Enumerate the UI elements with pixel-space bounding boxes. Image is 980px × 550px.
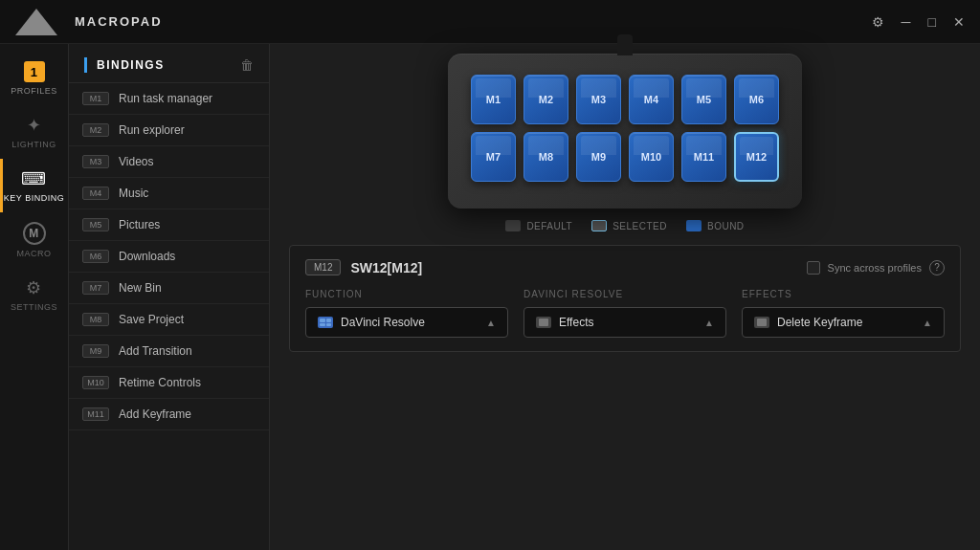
legend-selected-box <box>591 220 607 231</box>
key-legend: DEFAULT SELECTED BOUND <box>289 220 961 231</box>
bindings-title-bar <box>84 57 87 73</box>
legend-bound-box <box>686 220 702 231</box>
key-label: M8 <box>82 313 109 326</box>
list-item[interactable]: M3 Videos <box>69 146 269 178</box>
list-item[interactable]: M8 Save Project <box>69 304 269 336</box>
help-icon[interactable]: ? <box>929 260 945 275</box>
macropad-visual: M1 M2 M3 M4 M5 M6 M7 M8 M9 M10 M11 M12 <box>289 54 961 209</box>
binding-name: Downloads <box>119 250 175 263</box>
davinci-dd-icon <box>536 317 551 328</box>
legend-default: DEFAULT <box>505 220 572 231</box>
keybinding-label: KEY BINDING <box>4 193 64 203</box>
sync-checkbox[interactable] <box>807 261 820 275</box>
list-item[interactable]: M11 Add Keyframe <box>69 399 269 430</box>
keybind-key-info: M12 SW12[M12] <box>305 259 422 275</box>
key-label: M2 <box>82 123 109 137</box>
sidebar-item-profiles[interactable]: 1 PROFILES <box>0 52 68 105</box>
minimize-icon[interactable]: ─ <box>902 14 911 30</box>
settings-sidebar-icon: ⚙ <box>26 277 42 298</box>
key-label: M3 <box>82 155 109 168</box>
key-M2[interactable]: M2 <box>523 75 568 124</box>
legend-selected: SELECTED <box>591 220 667 231</box>
main-area: M1 M2 M3 M4 M5 M6 M7 M8 M9 M10 M11 M12 <box>270 44 980 550</box>
settings-label: SETTINGS <box>11 302 57 312</box>
key-M12-label: M12 <box>746 151 767 163</box>
key-M8[interactable]: M8 <box>523 132 568 182</box>
sidebar-item-lighting[interactable]: ✦ LIGHTING <box>0 105 68 159</box>
key-M11-label: M11 <box>694 151 714 163</box>
sidebar-item-settings[interactable]: ⚙ SETTINGS <box>0 268 68 321</box>
key-M11[interactable]: M11 <box>681 132 726 182</box>
key-M6[interactable]: M6 <box>734 75 779 124</box>
function-dropdown[interactable]: DaVinci Resolve ▲ <box>305 307 508 338</box>
list-item[interactable]: M4 Music <box>69 178 269 209</box>
effects-value: Delete Keyframe <box>777 316 862 329</box>
key-label: M4 <box>82 187 109 200</box>
sidebar-item-keybinding[interactable]: ⌨ KEY BINDING <box>0 159 68 212</box>
bindings-title: BINDINGS <box>97 58 165 72</box>
bindings-panel: BINDINGS 🗑 M1 Run task manager M2 Run ex… <box>69 44 270 550</box>
main-layout: 1 PROFILES ✦ LIGHTING ⌨ KEY BINDING M MA… <box>0 44 980 550</box>
key-M6-label: M6 <box>749 94 764 105</box>
list-item[interactable]: M2 Run explorer <box>69 115 269 146</box>
function-label: FUNCTION <box>305 289 508 299</box>
profiles-label: PROFILES <box>11 86 57 96</box>
key-M1[interactable]: M1 <box>471 75 516 124</box>
keybind-section: M12 SW12[M12] Sync across profiles ? FUN… <box>289 245 961 352</box>
key-grid: M1 M2 M3 M4 M5 M6 M7 M8 M9 M10 M11 M12 <box>471 75 779 182</box>
selected-key-badge: M12 <box>305 259 341 275</box>
content-row: BINDINGS 🗑 M1 Run task manager M2 Run ex… <box>69 44 980 550</box>
keybinding-icon: ⌨ <box>21 168 47 189</box>
key-M7[interactable]: M7 <box>471 132 516 182</box>
bindings-title-wrap: BINDINGS <box>84 57 165 73</box>
list-item[interactable]: M1 Run task manager <box>69 83 269 115</box>
close-icon[interactable]: ✕ <box>953 14 965 30</box>
key-M9[interactable]: M9 <box>576 132 621 182</box>
list-item[interactable]: M9 Add Transition <box>69 336 269 367</box>
window-controls: ⚙ ─ □ ✕ <box>872 14 965 30</box>
effects-dropdown-group: EFFECTS Delete Keyframe ▲ <box>742 289 945 338</box>
key-label: M1 <box>82 92 109 105</box>
delete-binding-icon[interactable]: 🗑 <box>240 57 254 73</box>
list-item[interactable]: M10 Retime Controls <box>69 367 269 399</box>
davinci-dd-arrow-icon: ▲ <box>704 318 714 328</box>
key-label: M6 <box>82 250 109 263</box>
bindings-list: M1 Run task manager M2 Run explorer M3 V… <box>69 83 269 550</box>
key-label: M11 <box>82 407 109 421</box>
list-item[interactable]: M5 Pictures <box>69 209 269 241</box>
macropad-device: M1 M2 M3 M4 M5 M6 M7 M8 M9 M10 M11 M12 <box>448 54 802 209</box>
list-item[interactable]: M6 Downloads <box>69 241 269 273</box>
davinci-dropdown[interactable]: Effects ▲ <box>523 307 726 338</box>
key-M10[interactable]: M10 <box>629 132 674 182</box>
sync-label: Sync across profiles <box>828 262 922 274</box>
key-M12[interactable]: M12 <box>734 132 779 182</box>
davinci-label: DAVINCI RESOLVE <box>523 289 726 299</box>
key-label: M7 <box>82 281 109 295</box>
settings-icon[interactable]: ⚙ <box>872 14 884 30</box>
effects-dropdown[interactable]: Delete Keyframe ▲ <box>742 307 945 338</box>
davinci-value: Effects <box>559 316 593 329</box>
logo-triangle-icon <box>15 9 57 35</box>
key-M3[interactable]: M3 <box>576 75 621 124</box>
sidebar-item-macro[interactable]: M MACRO <box>0 212 68 268</box>
key-M4[interactable]: M4 <box>629 75 674 124</box>
effects-label: EFFECTS <box>742 289 945 299</box>
selected-key-name: SW12[M12] <box>350 260 422 275</box>
function-dropdown-group: FUNCTION DaVinci Resolve <box>305 289 508 338</box>
lighting-label: LIGHTING <box>11 140 56 149</box>
macro-icon: M <box>23 222 46 245</box>
key-M2-label: M2 <box>539 94 553 105</box>
list-item[interactable]: M7 New Bin <box>69 273 269 304</box>
profiles-badge: 1 <box>24 61 45 82</box>
key-M10-label: M10 <box>641 151 661 163</box>
key-M5[interactable]: M5 <box>681 75 726 124</box>
bindings-header: BINDINGS 🗑 <box>69 44 269 83</box>
binding-name: Save Project <box>119 313 184 326</box>
maximize-icon[interactable]: □ <box>928 14 936 30</box>
macro-label: MACRO <box>17 249 52 258</box>
key-M3-label: M3 <box>591 94 606 105</box>
key-M5-label: M5 <box>697 94 711 105</box>
binding-name: New Bin <box>119 281 162 295</box>
function-dd-icon <box>318 317 333 328</box>
key-M8-label: M8 <box>539 151 553 163</box>
